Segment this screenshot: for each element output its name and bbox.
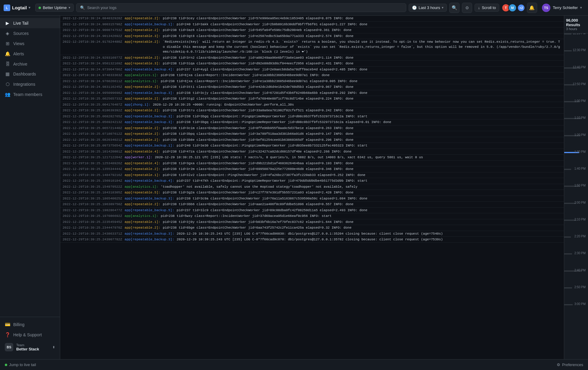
sidebar-item-billing[interactable]: 💳Billing [0, 319, 60, 330]
sidebar-item-help[interactable]: ❓Help & Support [0, 330, 60, 340]
logo-text: Logtail [12, 5, 27, 10]
log-source: app[analytics.1]: [125, 184, 158, 190]
log-message: pid=238 tid=6jxa class=Report::IncidentW… [161, 79, 357, 84]
log-timestamp: 2022-12-29T10:39:25.243907782Z [63, 237, 122, 242]
log-source: app[analytics.1]: [125, 79, 158, 84]
minimap-content[interactable]: 12:20 PM12:30 PM12:40 PM12:50 PM1:00 PM1… [564, 33, 588, 359]
sidebar-label-dashboards: Dashboards [13, 72, 36, 76]
log-timestamp: 2022-12-29T10:39:25.148479216Z [63, 173, 122, 178]
log-timestamp: 2022-12-29T10:39:25.125348926Z [63, 161, 122, 166]
log-row: 2022-12-29T10:39:25.121712204Zapp[worker… [60, 155, 564, 161]
sidebar-item-alerts[interactable]: 🔔Alerts [0, 49, 60, 59]
notifications-button[interactable]: 🔔 [527, 3, 537, 13]
user-name: Terry Schleifer [553, 5, 578, 10]
log-message: 2020-12-29 10:39:25 +0000: running: Endp… [153, 102, 294, 107]
log-timestamp: 2022-12-29T10:39:25.056924213Z [63, 120, 122, 125]
log-source: app[repeatable_backup.3]: [125, 237, 174, 242]
user-menu[interactable]: TS Terry Schleifer ▾ [540, 2, 584, 13]
log-timestamp: 2022-12-29T10:39:25.197086692Z [63, 214, 122, 219]
log-timestamp: 2022-12-29T10:39:24.929316977Z [63, 55, 122, 60]
minimap-bar [564, 50, 572, 51]
log-row: 2022-12-29T10:39:25.082034021Zapp[repeat… [60, 137, 564, 143]
logo[interactable]: L Logtail ▾ [4, 5, 30, 11]
log-message: pid=238 tid=3g2a class=EndpointCheckWork… [163, 190, 354, 195]
log-row: 2022-12-29T10:39:24.901342692Zapp[repeat… [60, 33, 564, 39]
log-source: app[repeatable_backup.4]: [125, 178, 174, 183]
sidebar-item-integrations[interactable]: ⬡Integrations [0, 79, 60, 89]
log-timestamp: 2022-12-29T10:39:24.976026611Z [63, 79, 122, 84]
log-row: 2022-12-29T10:39:24.976026611Zapp[analyt… [60, 79, 564, 85]
team-label: Team [16, 343, 39, 347]
minimap-bar [564, 304, 573, 305]
team-members-icon: 👥 [5, 92, 10, 97]
log-row: 2022-12-29T10:39:24.995099698Zapp[repeat… [60, 90, 564, 96]
log-source: app[repeatable.1]: [125, 220, 160, 225]
topbar: L Logtail ▾ Better Uptime ▾ 🔍 🕐 Last 3 h… [0, 0, 588, 16]
log-timestamp: 2022-12-29T10:39:25.071807612Z [63, 131, 122, 137]
log-source: app[repeatable.1]: [125, 173, 160, 178]
log-row: 2022-12-29T10:39:24.974833363Zapp[analyt… [60, 72, 564, 79]
sidebar-label-sources: Sources [13, 31, 29, 36]
sidebar-item-dashboards[interactable]: ▦Dashboards [0, 69, 60, 79]
log-source: app[repeatable_backup.3]: [125, 114, 174, 119]
log-row: 2022-12-29T10:39:25.223545945Zapp[repeat… [60, 219, 564, 225]
log-source: app[repeatable.2]: [125, 126, 160, 131]
preferences-button[interactable]: ⚙ Preferences [557, 362, 583, 367]
sidebar-item-team-members[interactable]: 👥Team members [0, 89, 60, 100]
log-timestamp: 2022-12-29T10:39:24.901342692Z [63, 34, 122, 39]
log-row: 2022-12-29T10:39:25.125348926Zapp[repeat… [60, 161, 564, 167]
source-selector[interactable]: Better Uptime ▾ [35, 4, 73, 12]
log-message: pid=237 tid=47kh class=Endpoint::PingUpt… [177, 178, 367, 183]
minimap-tick: 2:20 PM [574, 235, 586, 238]
log-source: app[repeatable.3]: [125, 61, 160, 66]
minimap-tick: 12:50 PM [573, 82, 586, 86]
search-submit-button[interactable]: 🔍 [449, 3, 460, 13]
log-source: app[repeatable.2]: [125, 55, 160, 60]
sidebar-item-sources[interactable]: ◈Sources [0, 28, 60, 39]
log-message: `Redis#exists(key)` will return an Integ… [163, 39, 562, 54]
log-scroll[interactable]: 2022-12-29T10:39:24.084032928Zapp[repeat… [60, 16, 564, 359]
log-message: pid=238 tid=3bb6 class=EndpointCheckWork… [163, 202, 354, 207]
jump-live-button[interactable]: Jump to live tail [5, 362, 36, 367]
billing-icon: 💳 [5, 322, 10, 327]
search-bar[interactable]: 🔍 [76, 3, 406, 12]
prefs-icon: ⚙ [557, 362, 560, 367]
log-timestamp: 2022-12-29T10:39:24.917824480Z [63, 39, 122, 45]
settings-button[interactable]: ⚙ [462, 3, 472, 13]
archive-icon: 🗄 [5, 61, 10, 66]
bottombar: Jump to live tail ⚙ Preferences [0, 359, 588, 370]
log-row: 2022-12-29T10:39:25.243863371Zapp[repeat… [60, 231, 564, 237]
log-row: 2022-12-29T10:39:24.900315798Zapp[repeat… [60, 22, 564, 28]
active-users[interactable]: T M +2 [502, 4, 525, 12]
log-timestamp: 2022-12-29T10:39:24.950132169Z [63, 61, 122, 66]
log-message: pid=238 tid=3lv2 class=Endpoint::PingChe… [163, 173, 365, 178]
team-section[interactable]: BS Team Better Stack ⬍ [0, 340, 60, 354]
log-message: pid=238 tid=3bpq class=EndpointCheckWork… [163, 131, 354, 137]
log-source: app[repeatable_backup.3]: [125, 231, 174, 236]
sidebar-item-views[interactable]: ⊞Views [0, 39, 60, 49]
sidebar-item-archive[interactable]: 🗄Archive [0, 59, 60, 69]
log-source: app[repeatable.2]: [125, 39, 160, 45]
log-row: 2022-12-29T10:39:24.917824480Zapp[repeat… [60, 39, 564, 55]
team-info: Team Better Stack [16, 343, 39, 351]
scroll-to-button[interactable]: ↓ Scroll to [475, 4, 499, 12]
minimap-tick: 1:20 PM [574, 133, 586, 137]
log-message: pid=238 tid=6jxa class=Report::IncidentW… [161, 73, 330, 78]
minimap-tick: 2:00 PM [574, 201, 586, 204]
sidebar-item-live-tail[interactable]: ▶Live Tail [0, 18, 60, 28]
views-icon: ⊞ [5, 41, 10, 46]
log-timestamp: 2022-12-29T10:39:25.154979522Z [63, 184, 122, 190]
time-range-selector[interactable]: 🕐 Last 3 hours ▾ [409, 4, 447, 12]
dashboards-icon: ▦ [5, 71, 10, 77]
jump-live-label: Jump to live tail [9, 362, 36, 367]
log-row: 2022-12-29T10:39:25.197086692Zapp[analyt… [60, 213, 564, 219]
scroll-to-label: Scroll to [482, 5, 496, 10]
log-message: pid=240 tid=3akk class=EndpointCheckWork… [177, 22, 367, 27]
search-input[interactable] [87, 5, 402, 10]
log-message: pid=238 tid=3cey class=EndpointCheckWork… [163, 16, 354, 21]
log-row: 2022-12-29T10:39:25.056924213Zapp[repeat… [60, 119, 564, 125]
log-source: app[repeatable.4]: [125, 161, 160, 166]
log-message: pid=238 tid=3az6 class=EndpointCheckWork… [163, 28, 351, 33]
log-message: pid=238 tid=3iqa class=EndpointCheckWork… [163, 61, 354, 66]
live-tail-icon: ▶ [5, 20, 10, 26]
